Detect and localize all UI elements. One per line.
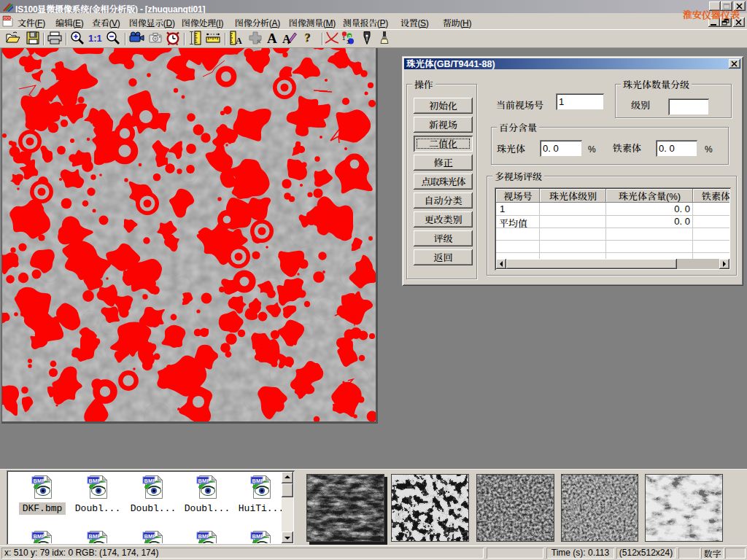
svg-text:BMP: BMP [144,533,157,540]
svg-text:BMP: BMP [34,478,46,484]
svg-text:A: A [282,33,291,45]
svg-text:BMP: BMP [34,533,46,540]
svg-text:BMP: BMP [198,478,211,484]
svg-text:BMP: BMP [252,533,265,540]
svg-text:BMP: BMP [89,478,101,484]
svg-text:?: ? [305,31,311,44]
svg-text:BMP: BMP [89,533,101,540]
svg-text:BMP: BMP [252,478,265,484]
svg-text:3: 3 [347,39,350,45]
svg-text:BMP: BMP [144,478,157,484]
svg-text:1: 1 [342,35,346,42]
svg-text:1:1: 1:1 [88,33,102,44]
svg-text:A: A [236,36,242,46]
svg-text:A: A [267,31,277,46]
svg-text:DOC: DOC [4,16,12,20]
svg-text:BMP: BMP [198,533,211,540]
